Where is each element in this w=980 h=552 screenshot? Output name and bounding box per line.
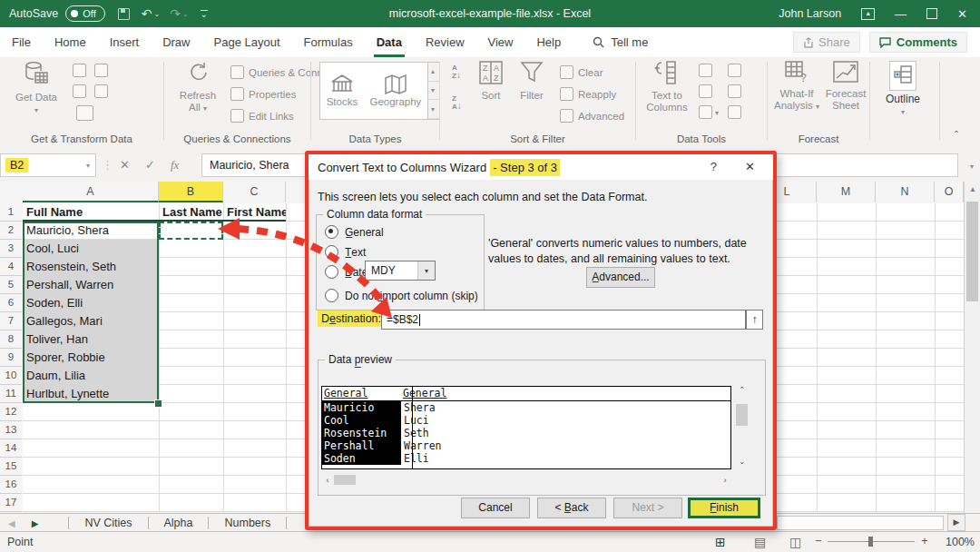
- sheet-tab-alpha[interactable]: Alpha: [149, 514, 209, 532]
- consolidate-icon[interactable]: [728, 64, 741, 77]
- geography-button[interactable]: Geography: [369, 74, 421, 107]
- cell-A11[interactable]: Hurlbut, Lynette: [23, 385, 159, 403]
- name-box-dropdown-icon[interactable]: ▾: [86, 162, 90, 170]
- ribbon-display-options-icon[interactable]: ▲: [861, 8, 875, 20]
- row-header-1[interactable]: 1: [0, 203, 22, 222]
- cell-A7[interactable]: Gallegos, Mari: [23, 312, 159, 330]
- preview-col2-cell[interactable]: Seth: [401, 427, 429, 439]
- row-header-11[interactable]: 11: [0, 385, 22, 403]
- worksheet-vertical-scrollbar[interactable]: ▲: [964, 182, 980, 513]
- row-header-14[interactable]: 14: [0, 439, 22, 458]
- radio-skip[interactable]: Do not i̲mport column (skip): [325, 289, 478, 302]
- row-header-10[interactable]: 10: [0, 367, 22, 385]
- row-headers[interactable]: 1234567891011121314151617: [0, 203, 24, 512]
- cell-A9[interactable]: Sporer, Robbie: [23, 349, 159, 367]
- remove-duplicates-icon[interactable]: [699, 84, 712, 98]
- preview-col2-cell[interactable]: Warren: [401, 439, 442, 452]
- zoom-in-icon[interactable]: +: [921, 535, 927, 547]
- sheet-tab-numbers[interactable]: Numbers: [209, 514, 286, 532]
- preview-scroll-down-icon[interactable]: ⌄: [735, 458, 749, 469]
- relationships-icon[interactable]: [728, 84, 741, 98]
- ribbon-tab-file[interactable]: File: [0, 27, 43, 57]
- preview-scroll-left-icon[interactable]: ‹: [321, 476, 334, 485]
- cell-A1[interactable]: Full Name: [23, 203, 159, 222]
- cell-A3[interactable]: Cool, Luci: [23, 240, 159, 258]
- row-header-7[interactable]: 7: [0, 312, 22, 330]
- preview-col1-cell[interactable]: Cool: [322, 414, 401, 427]
- row-header-3[interactable]: 3: [0, 240, 22, 258]
- preview-col2-cell[interactable]: Shera: [401, 401, 436, 414]
- row-header-6[interactable]: 6: [0, 294, 22, 312]
- preview-col1-cell[interactable]: Mauricio: [322, 401, 401, 414]
- ribbon-tab-insert[interactable]: Insert: [98, 27, 152, 57]
- dialog-close-icon[interactable]: ✕: [745, 160, 755, 173]
- filter-button[interactable]: Filter: [513, 61, 551, 102]
- cell-C1[interactable]: First Name: [223, 203, 286, 222]
- zoom-slider[interactable]: [828, 541, 915, 542]
- customize-quick-access-button[interactable]: ⌄: [201, 10, 208, 18]
- zoom-out-icon[interactable]: −: [815, 535, 821, 547]
- from-web-icon[interactable]: [73, 84, 86, 98]
- cancel-entry-icon[interactable]: ✕: [120, 158, 130, 172]
- comments-button[interactable]: Comments: [869, 32, 967, 53]
- gallery-up-icon[interactable]: ▲: [426, 63, 439, 82]
- radio-skip-circle[interactable]: [325, 289, 338, 302]
- clear-filter-button[interactable]: Clear: [560, 65, 603, 79]
- from-table-icon[interactable]: [76, 105, 93, 121]
- sheet-tab-nv-cities[interactable]: NV Cities: [69, 514, 147, 532]
- outline-button[interactable]: Outline▾: [877, 61, 929, 118]
- page-break-preview-icon[interactable]: ◫: [789, 535, 801, 549]
- preview-col2-cell[interactable]: Elli: [401, 452, 429, 465]
- cell-A2[interactable]: Mauricio, Shera: [23, 222, 159, 240]
- sheet-nav-prev-icon[interactable]: ◀: [0, 518, 24, 528]
- data-validation-dropdown[interactable]: ▾: [715, 109, 719, 117]
- minimize-button[interactable]: ―: [895, 7, 906, 21]
- preview-vertical-scrollbar[interactable]: ⌃ ⌄: [735, 386, 749, 469]
- from-text-icon[interactable]: [73, 64, 86, 77]
- data-validation-icon[interactable]: [699, 105, 712, 119]
- zoom-slider-thumb[interactable]: [868, 537, 873, 547]
- ribbon-tab-view[interactable]: View: [476, 27, 525, 57]
- preview-col1-cell[interactable]: Pershall: [322, 439, 401, 452]
- date-format-select[interactable]: MDY ▾: [365, 261, 436, 281]
- ribbon-tab-formulas[interactable]: Formulas: [292, 27, 365, 57]
- gallery-down-icon[interactable]: ▼: [426, 82, 439, 101]
- row-header-8[interactable]: 8: [0, 330, 22, 349]
- preview-col1-cell[interactable]: Rosenstein: [322, 427, 401, 439]
- column-header-O[interactable]: O: [935, 182, 964, 202]
- back-button[interactable]: < B̲ack: [537, 498, 606, 518]
- gallery-more-icon[interactable]: ▼: [426, 100, 439, 119]
- radio-date-circle[interactable]: [325, 265, 338, 279]
- preview-hscroll-thumb[interactable]: [334, 475, 356, 485]
- stocks-button[interactable]: Stocks: [327, 74, 358, 107]
- existing-connections-icon[interactable]: [94, 84, 108, 98]
- autosave-toggle[interactable]: Off: [65, 5, 104, 22]
- close-button[interactable]: ✕: [957, 7, 967, 21]
- preview-scroll-right-icon[interactable]: ›: [719, 476, 731, 485]
- ribbon-tab-home[interactable]: Home: [43, 27, 98, 57]
- date-format-dropdown-icon[interactable]: ▾: [417, 261, 435, 280]
- insert-function-icon[interactable]: fx: [171, 158, 179, 172]
- dialog-help-icon[interactable]: ?: [710, 160, 717, 173]
- ribbon-tab-draw[interactable]: Draw: [151, 27, 201, 57]
- save-icon[interactable]: [118, 8, 130, 20]
- row-header-17[interactable]: 17: [0, 494, 22, 512]
- cell-A8[interactable]: Toliver, Han: [23, 330, 159, 349]
- row-header-4[interactable]: 4: [0, 258, 22, 276]
- normal-view-icon[interactable]: ⊞: [715, 535, 726, 549]
- forecast-sheet-button[interactable]: ForecastSheet: [822, 61, 869, 112]
- active-cell-b2-marching-ants[interactable]: [159, 222, 223, 240]
- preview-col1-header[interactable]: General: [322, 387, 401, 400]
- get-data-button[interactable]: Get Data ▾: [13, 61, 60, 116]
- scroll-up-icon[interactable]: ▲: [965, 182, 980, 198]
- name-box[interactable]: B2 ▾: [0, 153, 96, 177]
- maximize-button[interactable]: [926, 8, 937, 19]
- row-header-5[interactable]: 5: [0, 276, 22, 294]
- what-if-analysis-button[interactable]: ? What-IfAnalysis ▾: [773, 61, 820, 113]
- undo-button[interactable]: ↶: [142, 6, 152, 21]
- sheet-nav-next-icon[interactable]: ▶: [24, 518, 47, 528]
- edit-links-button[interactable]: Edit Links: [230, 109, 294, 123]
- dialog-title-bar[interactable]: Convert Text to Columns Wizard - Step 3 …: [309, 154, 773, 180]
- manage-data-model-icon[interactable]: [728, 105, 741, 119]
- refresh-all-button[interactable]: RefreshAll ▾: [172, 61, 223, 114]
